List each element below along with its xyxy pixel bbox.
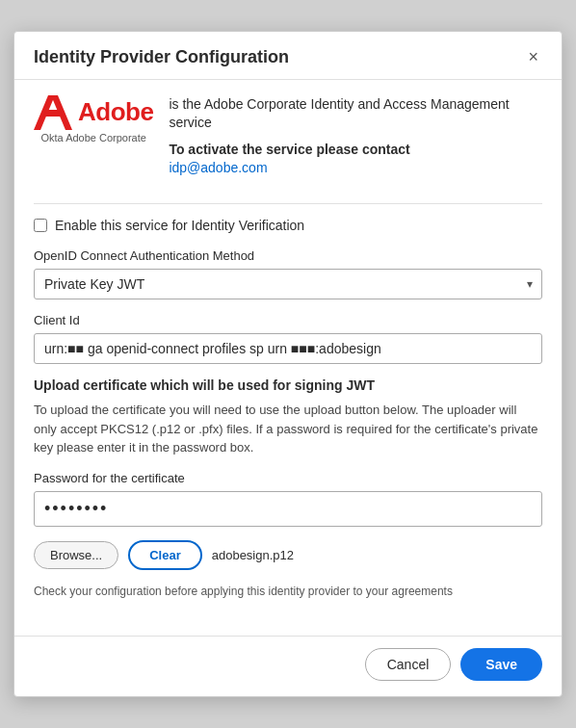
password-group: Password for the certificate [34, 471, 542, 527]
dialog-body: Adobe Okta Adobe Corporate is the Adobe … [14, 80, 562, 631]
auth-method-select[interactable]: Private Key JWT Client Secret None [34, 269, 542, 299]
provider-info: Adobe Okta Adobe Corporate is the Adobe … [34, 95, 542, 186]
upload-description: To upload the certificate you will need … [34, 401, 542, 457]
dialog-header: Identity Provider Configuration × [14, 32, 562, 80]
auth-method-select-wrapper: Private Key JWT Client Secret None ▾ [34, 269, 542, 299]
save-button[interactable]: Save [460, 648, 542, 681]
auth-method-group: OpenID Connect Authentication Method Pri… [34, 248, 542, 299]
upload-section: Upload certificate which will be used fo… [34, 377, 542, 457]
dialog-title: Identity Provider Configuration [34, 47, 289, 67]
check-notice: Check your configuration before applying… [34, 584, 542, 600]
adobe-a-icon [34, 95, 72, 130]
svg-marker-2 [43, 110, 63, 117]
dialog-footer: Cancel Save [14, 636, 562, 696]
section-divider [34, 203, 542, 204]
client-id-group: Client Id [34, 313, 542, 364]
browse-button[interactable]: Browse... [34, 541, 118, 569]
provider-desc-text: is the Adobe Corporate Identity and Acce… [169, 95, 542, 133]
enable-row: Enable this service for Identity Verific… [34, 218, 542, 233]
enable-label[interactable]: Enable this service for Identity Verific… [55, 218, 304, 233]
enable-checkbox[interactable] [34, 219, 47, 232]
client-id-input[interactable] [34, 333, 542, 364]
password-label: Password for the certificate [34, 471, 542, 485]
provider-description: is the Adobe Corporate Identity and Acce… [169, 95, 542, 186]
adobe-name: Adobe [78, 97, 153, 127]
password-input[interactable] [34, 491, 542, 527]
adobe-logo-graphic: Adobe [34, 95, 153, 130]
auth-method-label: OpenID Connect Authentication Method [34, 248, 542, 263]
provider-contact: To activate the service please contact i… [169, 141, 542, 178]
client-id-label: Client Id [34, 313, 542, 327]
clear-button[interactable]: Clear [128, 540, 202, 570]
adobe-sub-label: Okta Adobe Corporate [40, 132, 145, 143]
cancel-button[interactable]: Cancel [365, 648, 452, 681]
identity-provider-dialog: Identity Provider Configuration × Adobe … [13, 31, 563, 698]
filename-label: adobesign.p12 [212, 548, 294, 562]
contact-email-link[interactable]: idp@adobe.com [169, 160, 267, 175]
close-button[interactable]: × [524, 48, 542, 65]
adobe-logo: Adobe Okta Adobe Corporate [34, 95, 153, 143]
upload-title: Upload certificate which will be used fo… [34, 377, 542, 393]
contact-label: To activate the service please contact [169, 142, 409, 157]
file-upload-row: Browse... Clear adobesign.p12 [34, 540, 542, 570]
